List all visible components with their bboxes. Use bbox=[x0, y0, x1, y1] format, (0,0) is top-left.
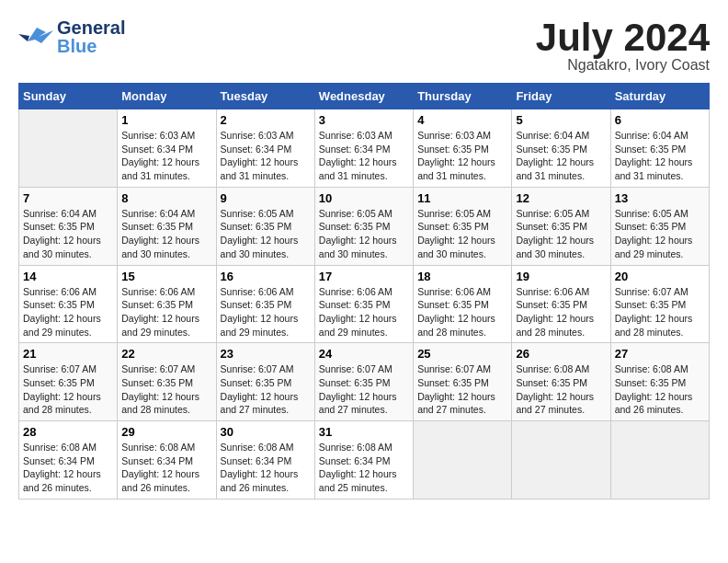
calendar-week-row: 7Sunrise: 6:04 AM Sunset: 6:35 PM Daylig… bbox=[19, 187, 710, 265]
day-number: 7 bbox=[23, 191, 113, 205]
day-number: 13 bbox=[615, 191, 705, 205]
calendar-week-row: 14Sunrise: 6:06 AM Sunset: 6:35 PM Dayli… bbox=[19, 265, 710, 343]
logo-icon bbox=[18, 23, 53, 51]
column-header-thursday: Thursday bbox=[414, 84, 512, 109]
calendar-cell: 1Sunrise: 6:03 AM Sunset: 6:34 PM Daylig… bbox=[118, 109, 216, 188]
day-info: Sunrise: 6:06 AM Sunset: 6:35 PM Dayligh… bbox=[516, 285, 606, 339]
calendar-week-row: 1Sunrise: 6:03 AM Sunset: 6:34 PM Daylig… bbox=[19, 109, 710, 188]
day-number: 1 bbox=[121, 113, 211, 127]
calendar-cell bbox=[414, 421, 512, 500]
calendar-cell: 4Sunrise: 6:03 AM Sunset: 6:35 PM Daylig… bbox=[414, 109, 512, 188]
calendar-cell: 12Sunrise: 6:05 AM Sunset: 6:35 PM Dayli… bbox=[512, 187, 610, 265]
day-info: Sunrise: 6:07 AM Sunset: 6:35 PM Dayligh… bbox=[221, 362, 311, 417]
day-number: 21 bbox=[23, 347, 113, 361]
calendar-week-row: 21Sunrise: 6:07 AM Sunset: 6:35 PM Dayli… bbox=[19, 343, 710, 421]
column-header-friday: Friday bbox=[512, 84, 610, 109]
day-info: Sunrise: 6:08 AM Sunset: 6:34 PM Dayligh… bbox=[221, 441, 311, 495]
calendar-cell: 25Sunrise: 6:07 AM Sunset: 6:35 PM Dayli… bbox=[414, 343, 512, 421]
day-number: 8 bbox=[121, 191, 211, 205]
day-info: Sunrise: 6:04 AM Sunset: 6:35 PM Dayligh… bbox=[615, 129, 705, 183]
day-number: 22 bbox=[121, 347, 211, 361]
logo: General Blue bbox=[18, 18, 125, 55]
day-info: Sunrise: 6:04 AM Sunset: 6:35 PM Dayligh… bbox=[23, 207, 113, 261]
calendar-cell bbox=[19, 109, 118, 188]
day-number: 25 bbox=[417, 347, 507, 361]
column-header-wednesday: Wednesday bbox=[314, 84, 413, 109]
day-info: Sunrise: 6:08 AM Sunset: 6:35 PM Dayligh… bbox=[615, 362, 705, 417]
day-info: Sunrise: 6:08 AM Sunset: 6:35 PM Dayligh… bbox=[516, 362, 606, 417]
column-header-saturday: Saturday bbox=[610, 84, 709, 109]
day-info: Sunrise: 6:06 AM Sunset: 6:35 PM Dayligh… bbox=[121, 285, 211, 339]
day-info: Sunrise: 6:07 AM Sunset: 6:35 PM Dayligh… bbox=[615, 285, 705, 339]
day-number: 16 bbox=[221, 270, 311, 283]
day-number: 31 bbox=[319, 425, 409, 439]
day-number: 3 bbox=[319, 113, 409, 127]
day-number: 2 bbox=[221, 113, 311, 127]
day-info: Sunrise: 6:06 AM Sunset: 6:35 PM Dayligh… bbox=[319, 285, 409, 339]
day-info: Sunrise: 6:07 AM Sunset: 6:35 PM Dayligh… bbox=[319, 362, 409, 417]
calendar-cell: 8Sunrise: 6:04 AM Sunset: 6:35 PM Daylig… bbox=[118, 187, 216, 265]
day-info: Sunrise: 6:06 AM Sunset: 6:35 PM Dayligh… bbox=[23, 285, 113, 339]
day-number: 10 bbox=[319, 191, 409, 205]
calendar-table: SundayMondayTuesdayWednesdayThursdayFrid… bbox=[18, 83, 710, 500]
day-info: Sunrise: 6:05 AM Sunset: 6:35 PM Dayligh… bbox=[417, 207, 507, 261]
day-number: 6 bbox=[615, 113, 705, 127]
calendar-cell: 17Sunrise: 6:06 AM Sunset: 6:35 PM Dayli… bbox=[314, 265, 413, 343]
day-info: Sunrise: 6:06 AM Sunset: 6:35 PM Dayligh… bbox=[221, 285, 311, 339]
day-number: 9 bbox=[221, 191, 311, 205]
calendar-cell: 15Sunrise: 6:06 AM Sunset: 6:35 PM Dayli… bbox=[118, 265, 216, 343]
calendar-cell: 7Sunrise: 6:04 AM Sunset: 6:35 PM Daylig… bbox=[19, 187, 118, 265]
day-info: Sunrise: 6:03 AM Sunset: 6:34 PM Dayligh… bbox=[121, 129, 211, 183]
day-number: 20 bbox=[615, 270, 705, 283]
logo-general-text: General bbox=[57, 18, 125, 37]
calendar-cell: 20Sunrise: 6:07 AM Sunset: 6:35 PM Dayli… bbox=[610, 265, 709, 343]
day-number: 28 bbox=[23, 425, 113, 439]
page-header: General Blue July 2024 Ngatakro, Ivory C… bbox=[18, 18, 710, 74]
day-number: 30 bbox=[221, 425, 311, 439]
day-info: Sunrise: 6:06 AM Sunset: 6:35 PM Dayligh… bbox=[417, 285, 507, 339]
day-number: 29 bbox=[121, 425, 211, 439]
calendar-cell: 31Sunrise: 6:08 AM Sunset: 6:34 PM Dayli… bbox=[314, 421, 413, 500]
day-info: Sunrise: 6:04 AM Sunset: 6:35 PM Dayligh… bbox=[516, 129, 606, 183]
day-number: 14 bbox=[23, 270, 113, 283]
day-number: 26 bbox=[516, 347, 606, 361]
day-number: 15 bbox=[121, 270, 211, 283]
day-info: Sunrise: 6:05 AM Sunset: 6:35 PM Dayligh… bbox=[615, 207, 705, 261]
logo-blue-text: Blue bbox=[57, 37, 125, 55]
calendar-cell: 13Sunrise: 6:05 AM Sunset: 6:35 PM Dayli… bbox=[610, 187, 709, 265]
title-block: July 2024 Ngatakro, Ivory Coast bbox=[536, 18, 710, 74]
day-info: Sunrise: 6:03 AM Sunset: 6:35 PM Dayligh… bbox=[417, 129, 507, 183]
logo-text: General Blue bbox=[57, 18, 125, 55]
column-header-tuesday: Tuesday bbox=[216, 84, 314, 109]
calendar-week-row: 28Sunrise: 6:08 AM Sunset: 6:34 PM Dayli… bbox=[19, 421, 710, 500]
calendar-cell: 29Sunrise: 6:08 AM Sunset: 6:34 PM Dayli… bbox=[118, 421, 216, 500]
calendar-cell: 21Sunrise: 6:07 AM Sunset: 6:35 PM Dayli… bbox=[19, 343, 118, 421]
calendar-cell: 5Sunrise: 6:04 AM Sunset: 6:35 PM Daylig… bbox=[512, 109, 610, 188]
calendar-cell: 26Sunrise: 6:08 AM Sunset: 6:35 PM Dayli… bbox=[512, 343, 610, 421]
day-info: Sunrise: 6:07 AM Sunset: 6:35 PM Dayligh… bbox=[417, 362, 507, 417]
day-info: Sunrise: 6:05 AM Sunset: 6:35 PM Dayligh… bbox=[221, 207, 311, 261]
calendar-cell bbox=[512, 421, 610, 500]
column-header-monday: Monday bbox=[118, 84, 216, 109]
day-number: 19 bbox=[516, 270, 606, 283]
calendar-cell: 9Sunrise: 6:05 AM Sunset: 6:35 PM Daylig… bbox=[216, 187, 314, 265]
column-header-sunday: Sunday bbox=[19, 84, 118, 109]
day-number: 18 bbox=[417, 270, 507, 283]
location-title: Ngatakro, Ivory Coast bbox=[536, 57, 710, 74]
day-number: 24 bbox=[319, 347, 409, 361]
day-info: Sunrise: 6:08 AM Sunset: 6:34 PM Dayligh… bbox=[121, 441, 211, 495]
day-number: 27 bbox=[615, 347, 705, 361]
day-number: 12 bbox=[516, 191, 606, 205]
calendar-cell bbox=[610, 421, 709, 500]
calendar-cell: 22Sunrise: 6:07 AM Sunset: 6:35 PM Dayli… bbox=[118, 343, 216, 421]
calendar-cell: 3Sunrise: 6:03 AM Sunset: 6:34 PM Daylig… bbox=[314, 109, 413, 188]
calendar-cell: 10Sunrise: 6:05 AM Sunset: 6:35 PM Dayli… bbox=[314, 187, 413, 265]
calendar-cell: 18Sunrise: 6:06 AM Sunset: 6:35 PM Dayli… bbox=[414, 265, 512, 343]
calendar-cell: 2Sunrise: 6:03 AM Sunset: 6:34 PM Daylig… bbox=[216, 109, 314, 188]
day-info: Sunrise: 6:08 AM Sunset: 6:34 PM Dayligh… bbox=[319, 441, 409, 495]
svg-marker-0 bbox=[28, 28, 53, 43]
day-info: Sunrise: 6:03 AM Sunset: 6:34 PM Dayligh… bbox=[221, 129, 311, 183]
calendar-cell: 16Sunrise: 6:06 AM Sunset: 6:35 PM Dayli… bbox=[216, 265, 314, 343]
calendar-cell: 28Sunrise: 6:08 AM Sunset: 6:34 PM Dayli… bbox=[19, 421, 118, 500]
day-number: 5 bbox=[516, 113, 606, 127]
